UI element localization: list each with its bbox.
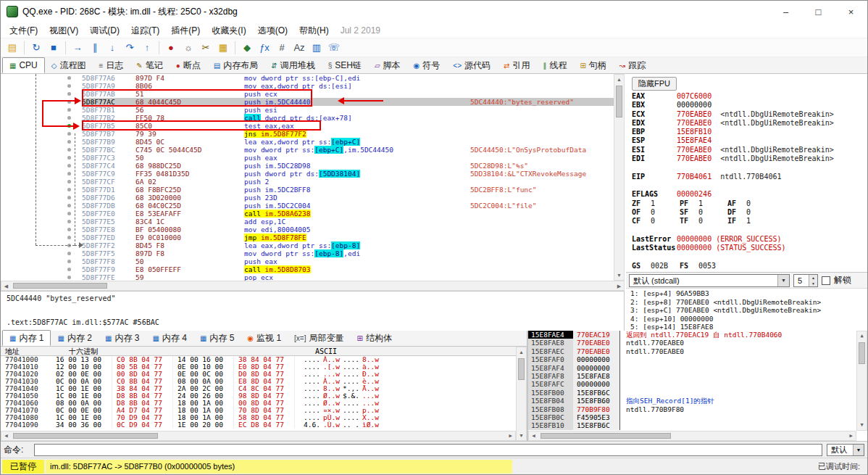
stack-argument[interactable]: 2: [esp+8] 770EABE0 <ntdll.DbgUiRemoteBr… (630, 298, 867, 307)
scroll-up-icon[interactable]: ▲ (857, 331, 867, 341)
line-dot-icon[interactable] (67, 220, 71, 223)
disasm-row[interactable]: 5D8F77B779 39jns im.5D8F77F2 (1, 130, 614, 138)
stack-vertical-scrollbar[interactable]: ▲ ▼ (856, 331, 867, 431)
tab-dump3[interactable]: ▦内存 3 (99, 330, 146, 346)
open-file-icon[interactable]: ▤ (4, 39, 21, 57)
report-bug-icon[interactable]: ☏ (325, 39, 343, 57)
line-dot-icon[interactable] (67, 228, 71, 231)
disasm-row[interactable]: 5D8F77BCC745 0C 5044C45Dmov dword ptr ss… (1, 146, 614, 154)
scroll-left-icon[interactable]: ◀ (529, 431, 538, 441)
plugins-icon[interactable]: ◆ (238, 39, 256, 57)
scroll-left-icon[interactable]: ◀ (1, 431, 11, 441)
line-dot-icon[interactable] (67, 76, 71, 80)
disasm-row[interactable]: 5D8F77A6897D F4mov dword ptr ss:[ebp-C],… (1, 74, 614, 82)
disasm-row[interactable]: 5D8F77B156push esi (1, 106, 614, 114)
hide-fpu-button[interactable]: 隐藏FPU (632, 77, 677, 91)
dump-row[interactable]: 7704109034 00 36 000C D9 04 771E 00 20 0… (1, 421, 516, 429)
menu-item-收藏夹[interactable]: 收藏夹(I) (206, 22, 251, 38)
argument-count-stepper[interactable]: 5 ▲▼ (793, 274, 818, 287)
register-line[interactable]: EBP15E8FB10 (626, 128, 867, 136)
disasm-row[interactable]: 5D8F77C9FF35 0481D35Dpush dword ptr ds:[… (1, 170, 614, 178)
line-dot-icon[interactable] (67, 84, 71, 88)
pause-icon[interactable]: ∥ (86, 39, 104, 57)
scroll-up-icon[interactable]: ▲ (517, 347, 526, 357)
line-dot-icon[interactable] (67, 100, 71, 104)
stack-argument[interactable]: 5: [esp+14] 15E8FAE8 (630, 323, 867, 331)
menu-item-视图[interactable]: 视图(V) (43, 22, 84, 38)
line-dot-icon[interactable] (67, 180, 71, 183)
line-dot-icon[interactable] (67, 204, 71, 207)
stack-row[interactable]: 15E8FAE4770EAC19返回到 ntdll.770EAC19 自 ntd… (528, 331, 867, 339)
menu-item-追踪[interactable]: 追踪(T) (125, 22, 165, 38)
stack-row[interactable]: 15E8FB08770B9F80ntdll.770B9F80 (528, 405, 867, 413)
disasm-row[interactable]: 5D8F77C468 988DC25Dpush im.5DC28D985DC28… (1, 162, 614, 170)
disasm-row[interactable]: 5D8F77DB68 04C0C25Dpush im.5DC2C0045DC2C… (1, 202, 614, 210)
cpu-window-icon[interactable]: ▥ (308, 39, 325, 57)
scratchpad-icon[interactable]: ▦ (214, 39, 232, 57)
disasm-row[interactable]: 5D8F77E8BF 05400080mov edi,80004005 (1, 226, 614, 234)
disasm-row[interactable]: 5D8F77AB51push ecx (1, 90, 614, 98)
register-line[interactable]: EBX00000000 (626, 101, 867, 110)
tab-dump4[interactable]: ▦内存 4 (146, 330, 193, 346)
run-trace-icon[interactable]: ● (162, 39, 180, 57)
scroll-right-icon[interactable]: ▶ (506, 431, 515, 441)
tab-symbols[interactable]: ◉符号 (407, 57, 447, 73)
stack-argument[interactable]: 4: [esp+10] 00000000 (630, 315, 867, 323)
menu-item-调试[interactable]: 调试(D) (84, 22, 125, 38)
command-profile-select[interactable]: 默认 ▼ (827, 444, 864, 456)
tab-dump5[interactable]: ▦内存 5 (193, 330, 241, 346)
line-dot-icon[interactable] (67, 196, 71, 199)
disasm-row[interactable]: 5D8F77F5897D F8mov dword ptr ss:[ebp-8],… (1, 249, 614, 257)
stepper-arrows-icon[interactable]: ▲▼ (809, 275, 817, 286)
calling-convention-select[interactable]: 默认 (stdcall) ▼ (629, 274, 790, 287)
chevron-down-icon[interactable]: ▼ (777, 275, 789, 286)
stack-row[interactable]: 15E8FAF400000000 (528, 364, 867, 372)
disasm-row[interactable]: 5D8F77EDE9 0C010000jmp im.5D8F78FE (1, 234, 614, 241)
tab-breakpoints[interactable]: ●断点 (170, 57, 207, 73)
dump-vertical-scrollbar[interactable]: ▲ ▼ (516, 347, 527, 441)
assembler-az-icon[interactable]: Az (291, 39, 308, 57)
line-dot-icon[interactable] (67, 236, 71, 239)
tab-watch1[interactable]: ◉监视 1 (241, 330, 288, 346)
register-line[interactable]: ESI770EABE0<ntdll.DbgUiRemoteBreakin> (626, 146, 867, 154)
tab-struct[interactable]: ⊞结构体 (351, 330, 398, 346)
disasm-row[interactable]: 5D8F77F850push eax (1, 257, 614, 265)
disasm-row[interactable]: 5D8F77D168 F8BFC25Dpush im.5DC2BFF85DC2B… (1, 186, 614, 194)
execute-till-return-icon[interactable]: ↑ (138, 39, 156, 57)
line-dot-icon[interactable] (67, 116, 71, 120)
line-dot-icon[interactable] (67, 172, 71, 175)
tab-dump1[interactable]: ▦内存 1 (2, 330, 51, 346)
disasm-row[interactable]: 5D8F77CF6A 02push 2 (1, 178, 614, 186)
line-dot-icon[interactable] (67, 252, 71, 255)
line-dot-icon[interactable] (67, 140, 71, 144)
disasm-row[interactable]: 5D8F77FE59pop ecx (1, 273, 614, 281)
scroll-right-icon[interactable]: ▶ (614, 281, 624, 291)
tab-source[interactable]: <>源代码 (446, 57, 497, 73)
line-dot-icon[interactable] (67, 260, 71, 263)
tab-handles[interactable]: ⊞句柄 (573, 57, 612, 73)
register-line[interactable]: LastStatus00000000 (STATUS_SUCCESS) (626, 244, 867, 252)
line-dot-icon[interactable] (67, 92, 71, 96)
disassembly-horizontal-scrollbar[interactable]: ◀ ▶ (1, 281, 625, 291)
maximize-button[interactable]: □ (802, 1, 835, 22)
stack-row[interactable]: 15E8FB1015E8FB6C (528, 421, 867, 429)
line-dot-icon[interactable] (67, 268, 71, 271)
register-line[interactable]: EDI770EABE0<ntdll.DbgUiRemoteBreakin> (626, 154, 867, 163)
stack-argument[interactable]: 3: [esp+C] 770EABE0 <ntdll.DbgUiRemoteBr… (630, 306, 867, 315)
disasm-row[interactable]: 5D8F77E0E8 53EAFAFFcall im.5D8A6238 (1, 210, 614, 218)
line-dot-icon[interactable] (67, 188, 71, 191)
register-line[interactable]: EDX770EABE0<ntdll.DbgUiRemoteBreakin> (626, 119, 867, 128)
stack-row[interactable]: 15E8FB0CF45905E3 (528, 413, 867, 421)
stack-row[interactable]: 15E8FAFC00000000 (528, 380, 867, 388)
dump-horizontal-scrollbar[interactable]: ◀ ▶ (1, 431, 516, 441)
stop-debug-icon[interactable]: ■ (45, 39, 62, 57)
tab-log[interactable]: ≡日志 (93, 57, 130, 73)
line-dot-icon[interactable] (67, 132, 71, 136)
step-over-icon[interactable]: ↷ (121, 39, 138, 57)
stack-horizontal-scrollbar[interactable]: ◀ ▶ (528, 431, 856, 441)
stack-pane[interactable]: 15E8FAE4770EAC19返回到 ntdll.770EAC19 自 ntd… (528, 331, 867, 441)
menu-item-选项[interactable]: 选项(O) (252, 22, 293, 38)
disasm-row[interactable]: 5D8F77AC68 4044C45Dpush im.5DC444405DC44… (1, 98, 614, 106)
tab-seh[interactable]: §SEH链 (322, 57, 368, 73)
line-dot-icon[interactable] (67, 108, 71, 112)
